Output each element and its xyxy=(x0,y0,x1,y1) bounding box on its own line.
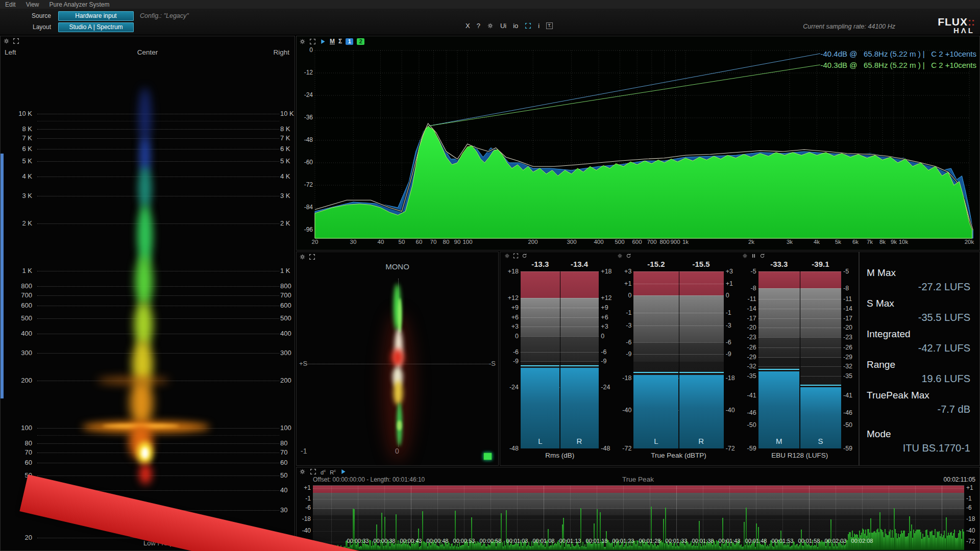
freq-label: 10 K xyxy=(280,110,294,117)
meter-scale-label: -17 xyxy=(741,315,756,322)
logo-hal-text: HΛL xyxy=(938,27,975,34)
grid-line xyxy=(37,463,279,463)
meter-scale-right: -5-8-11-14-17-20-23-26-29-32-35-41-46-50… xyxy=(841,271,859,448)
meter-scale-label: -32 xyxy=(843,363,859,370)
expand-icon[interactable] xyxy=(310,468,316,475)
meters-panel: -13.3 -13.4 +18+12+9+6+30-6-9-24-48 LR +… xyxy=(500,252,859,466)
play-icon[interactable] xyxy=(320,38,326,45)
gear-icon[interactable] xyxy=(504,253,510,259)
m-max-label: M Max xyxy=(867,267,975,279)
expand-icon[interactable] xyxy=(513,253,519,259)
grid-line xyxy=(37,121,279,121)
meter-scale-label: -9 xyxy=(503,358,519,365)
grid-line xyxy=(37,149,279,149)
info-icon[interactable]: i xyxy=(538,22,540,30)
meter-scale-label: -1 xyxy=(726,309,741,316)
menu-item-view[interactable]: View xyxy=(26,1,39,8)
grid-line xyxy=(37,286,279,287)
freq-label: 60 xyxy=(280,459,287,466)
grid-line xyxy=(37,161,279,162)
freq-label: 10 K xyxy=(1,110,32,117)
play-icon[interactable] xyxy=(340,468,347,475)
meter-scale-label: 0 xyxy=(601,333,616,340)
slot-1-button[interactable]: 1 xyxy=(346,38,353,45)
meter-group: -33.3 -39.1 -5-8-11-14-17-20-23-26-29-32… xyxy=(741,252,859,466)
time-grid-line xyxy=(331,486,332,550)
grid-line xyxy=(37,306,279,306)
expand-icon[interactable] xyxy=(13,38,19,44)
refresh-icon[interactable] xyxy=(626,253,631,259)
expand-icon[interactable] xyxy=(309,254,315,260)
meter-scale-label: -18 xyxy=(616,374,631,382)
menu-item-edit[interactable]: Edit xyxy=(5,1,16,8)
sum-mode-button[interactable]: Σ xyxy=(338,38,342,45)
timeline-plot[interactable]: 00:00:3300:00:3800:00:4300:00:4800:00:53… xyxy=(313,485,964,550)
gear-icon[interactable] xyxy=(617,253,623,259)
fullscreen-icon[interactable] xyxy=(525,22,531,29)
meter-value: -33.3 xyxy=(758,260,800,268)
level-grid-line xyxy=(313,519,964,520)
meter-scale-label: -26 xyxy=(843,344,859,351)
mode-value: ITU BS.1770-1 xyxy=(867,442,975,454)
ui-settings-icon[interactable]: Ui xyxy=(500,22,506,30)
refresh-icon[interactable] xyxy=(522,253,527,259)
title-box-icon[interactable]: T. xyxy=(546,22,553,29)
db-tick-label: -72 xyxy=(298,181,313,188)
meter-toolbar xyxy=(617,253,631,259)
source-select-button[interactable]: Hardware input xyxy=(58,11,134,21)
gear-icon[interactable] xyxy=(299,38,306,45)
io-settings-icon[interactable]: io xyxy=(513,22,518,30)
d-clear-button[interactable]: dc xyxy=(321,468,326,475)
meter-scale-label: -1 xyxy=(616,309,631,316)
time-label: 00:01:18 xyxy=(581,538,612,544)
gear-icon[interactable] xyxy=(487,22,494,29)
timeline-toolbar: dc Rc xyxy=(299,468,347,475)
channel-label: R xyxy=(698,437,704,445)
plus-s-label: +S xyxy=(299,360,307,367)
menu-item-pure-analyzer-system[interactable]: Pure Analyzer System xyxy=(49,1,109,8)
refresh-icon[interactable] xyxy=(760,253,765,259)
waveform-bar xyxy=(963,532,964,550)
freq-label: 4 K xyxy=(280,172,290,180)
freq-label: 700 xyxy=(280,291,291,299)
level-label: -1 xyxy=(966,495,972,502)
help-icon[interactable]: ? xyxy=(477,22,480,30)
pause-icon[interactable] xyxy=(751,253,756,259)
gear-icon[interactable] xyxy=(742,253,748,259)
slot-2-button[interactable]: 2 xyxy=(357,38,364,45)
meter-peak-line xyxy=(560,365,599,366)
waveform-bar xyxy=(455,511,456,550)
db-tick-label: -24 xyxy=(298,91,313,98)
time-label: 00:02:03 xyxy=(820,538,851,544)
freq-label: 500 xyxy=(280,314,291,322)
meter-scale-label: -24 xyxy=(601,384,616,391)
expand-icon[interactable] xyxy=(309,38,316,45)
freq-tick-label: 400 xyxy=(590,239,608,245)
freq-tick-label: 30 xyxy=(344,239,362,245)
spectrogram-toolbar xyxy=(3,38,19,44)
meter-scale-label: +1 xyxy=(616,280,631,287)
gear-icon[interactable] xyxy=(3,38,10,44)
meter-scale-left: +3+10-1-3-6-9-18-40-72 xyxy=(616,271,633,448)
grid-line xyxy=(37,353,279,354)
freq-label: 200 xyxy=(1,377,32,384)
vectorscope-hold-button[interactable] xyxy=(483,453,492,460)
source-label: Source xyxy=(0,12,58,19)
m-mode-button[interactable]: M xyxy=(330,38,335,45)
freq-label: 3 K xyxy=(1,192,32,199)
level-label: -6 xyxy=(966,504,972,511)
time-label: 00:01:38 xyxy=(688,538,718,544)
r-clear-button[interactable]: Rc xyxy=(330,468,336,475)
close-icon[interactable]: X xyxy=(465,22,470,30)
gear-icon[interactable] xyxy=(299,254,306,260)
meter-scale-label: -11 xyxy=(741,295,756,303)
meter-scale-label: -50 xyxy=(741,421,756,429)
meter-value: -13.4 xyxy=(560,260,599,268)
db-tick-label: -84 xyxy=(298,204,313,211)
db-tick-label: -36 xyxy=(298,114,313,121)
meter-scale-label: -41 xyxy=(741,392,756,399)
layout-select-button[interactable]: Studio A | Spectrum xyxy=(58,22,134,32)
meter-scale-left: -5-8-11-14-17-20-23-26-29-32-35-41-46-50… xyxy=(741,271,758,448)
grid-line xyxy=(37,453,279,453)
gear-icon[interactable] xyxy=(299,468,306,475)
